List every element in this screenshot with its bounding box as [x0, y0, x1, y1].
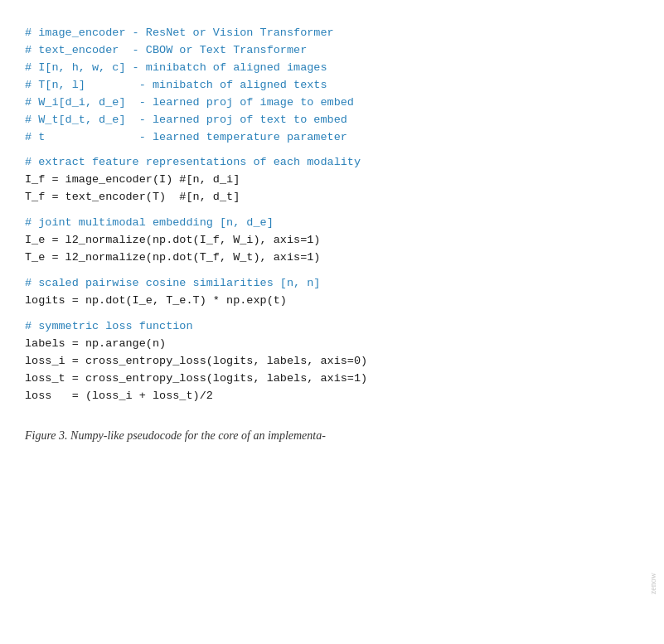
code-statement-line: I_e = l2_normalize(np.dot(I_f, W_i), axi… — [25, 232, 639, 249]
code-gap — [25, 310, 639, 318]
code-comment-line: # W_i[d_i, d_e] - learned proj of image … — [25, 94, 639, 112]
code-block: # image_encoder - ResNet or Vision Trans… — [25, 17, 639, 413]
code-statement-line: loss = (loss_i + loss_t)/2 — [25, 388, 639, 405]
code-statement-line: loss_i = cross_entropy_loss(logits, labe… — [25, 353, 639, 370]
code-gap — [25, 267, 639, 275]
caption-text: Numpy-like pseudocode for the core of an… — [68, 429, 326, 442]
code-gap — [25, 206, 639, 215]
figure-caption: Figure 3. Numpy-like pseudocode for the … — [25, 428, 639, 444]
code-gap — [25, 146, 639, 154]
code-comment-line: # extract feature representations of eac… — [25, 154, 639, 172]
code-statement-line: labels = np.arange(n) — [25, 336, 639, 353]
code-statement-line: loss_t = cross_entropy_loss(logits, labe… — [25, 370, 639, 388]
code-statement-line: logits = np.dot(I_e, T_e.T) * np.exp(t) — [25, 293, 639, 310]
code-statement-line: T_e = l2_normalize(np.dot(T_f, W_t), axi… — [25, 249, 639, 267]
code-comment-line: # symmetric loss function — [25, 318, 639, 336]
watermark: zenow — [648, 573, 657, 594]
caption-label: Figure 3. — [25, 429, 68, 442]
code-comment-line: # W_t[d_t, d_e] - learned proj of text t… — [25, 112, 639, 129]
code-comment-line: # text_encoder - CBOW or Text Transforme… — [25, 42, 639, 60]
code-statement-line: I_f = image_encoder(I) #[n, d_i] — [25, 172, 639, 189]
page-container: # image_encoder - ResNet or Vision Trans… — [0, 0, 664, 644]
code-comment-line: # T[n, l] - minibatch of aligned texts — [25, 77, 639, 94]
code-comment-line: # I[n, h, w, c] - minibatch of aligned i… — [25, 60, 639, 77]
code-statement-line: T_f = text_encoder(T) #[n, d_t] — [25, 189, 639, 206]
code-comment-line: # t - learned temperature parameter — [25, 129, 639, 147]
code-comment-line: # image_encoder - ResNet or Vision Trans… — [25, 25, 639, 42]
code-comment-line: # joint multimodal embedding [n, d_e] — [25, 215, 639, 232]
code-comment-line: # scaled pairwise cosine similarities [n… — [25, 275, 639, 293]
